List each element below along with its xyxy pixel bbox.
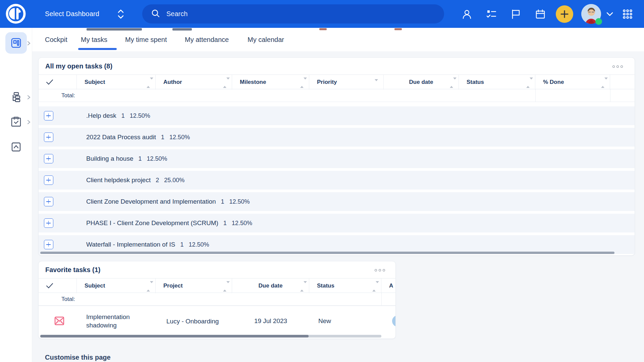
sort-icon [223,283,226,290]
chevron-right-icon [26,119,31,126]
sort-icon [300,283,304,290]
chevron-right-icon [26,95,31,101]
dashboard-selector-label: Select Dashboard [45,10,99,18]
clipped-content-fragment [394,28,402,30]
table-header-row: Subject Author Milestone Priority Due da… [39,74,635,89]
column-header-due-date[interactable]: Due date [232,278,309,293]
column-header-subject[interactable]: Subject [77,278,156,293]
task-due-date: 19 Jul 2023 [232,306,309,336]
expand-group-button[interactable] [44,154,53,163]
assignee-avatar[interactable] [392,315,396,327]
flag-icon[interactable] [511,9,521,19]
column-header-milestone[interactable]: Milestone [232,75,309,90]
page-tabs-strip: Cockpit My tasks My time spent My attend… [32,28,644,51]
column-header-subject[interactable]: Subject [77,75,156,90]
sort-icon [223,80,226,86]
chevron-up-box-icon [5,136,27,158]
column-header-status[interactable]: Status [309,278,381,293]
column-header-status[interactable]: Status [459,75,535,90]
task-project[interactable]: Lucy - Onboarding [166,306,220,336]
task-status: New [318,306,372,336]
column-header-priority[interactable]: Priority [309,75,384,90]
my-tasks-icon[interactable] [486,9,497,19]
task-group-row[interactable]: Waterfall - Implementation of IS 1 12.50… [39,235,635,254]
task-group-row[interactable]: PHASE I - Client Zone Development (SCRUM… [39,214,635,232]
sidebar-item-tasks[interactable] [0,111,32,133]
task-group-row[interactable]: Building a house 1 12.50% [39,149,635,168]
task-subject[interactable]: Implementation shadowing [86,306,147,336]
search-icon [151,9,160,19]
tab-my-calendar[interactable]: My calendar [248,28,284,51]
select-all-cell[interactable] [39,278,77,293]
task-group-row[interactable]: Client helpdesk project 2 25.00% [39,171,635,190]
tab-my-time-spent[interactable]: My time spent [125,28,167,51]
dashboard-selector[interactable]: Select Dashboard [45,0,99,28]
column-header-empty [610,75,635,90]
add-button[interactable] [556,5,573,23]
expand-group-button[interactable] [44,133,53,142]
sidebar-item-collapse[interactable] [0,136,32,158]
more-options-icon[interactable] [612,64,626,69]
left-sidebar [0,28,32,362]
expand-group-button[interactable] [44,218,53,228]
column-header-due-date[interactable]: Due date [384,75,459,90]
clipboard-check-icon [5,111,27,133]
project-tree-icon [5,86,27,108]
customise-page-link[interactable]: Customise this page [45,354,111,361]
more-options-icon[interactable] [375,267,388,273]
task-group-row[interactable]: 2022 Data Process audit 1 12.50% [39,128,635,147]
all-my-open-tasks-panel: All my open tasks (8) Subject Author Mil… [38,57,635,256]
expand-group-button[interactable] [44,111,53,120]
chevron-right-icon [26,41,31,47]
active-tab-indicator [78,48,117,50]
column-header-author[interactable]: Author [156,75,232,90]
app-logo-icon[interactable] [4,2,27,25]
dashboard-icon [5,32,27,54]
check-icon [46,282,54,289]
dashboard-page: Select Dashboard Search [0,0,644,362]
horizontal-scrollbar-thumb[interactable] [40,335,309,338]
sort-icon [450,80,453,86]
sort-icon [372,283,376,290]
apps-grid-icon[interactable] [622,9,633,19]
profile-icon[interactable] [462,9,472,19]
filter-dropdown-icon [375,81,378,88]
favorite-tasks-panel: Favorite tasks (1) Subject Project Due d… [38,261,396,339]
user-avatar[interactable] [581,4,601,24]
sort-icon [526,80,530,86]
totals-row: Total: [39,89,635,102]
sort-icon [601,80,604,86]
select-all-cell[interactable] [39,75,77,90]
dashboard-selector-chevrons-icon[interactable] [116,9,125,21]
check-icon [46,79,54,86]
search-placeholder: Search [166,10,187,18]
search-input[interactable]: Search [142,4,444,23]
column-header-percent-done[interactable]: % Done [535,75,610,90]
expand-group-button[interactable] [44,197,53,206]
clipped-content-fragment [319,28,327,30]
horizontal-scrollbar[interactable] [40,252,614,254]
task-group-row[interactable]: Client Zone Development and Implementati… [39,192,635,211]
table-header-row: Subject Project Due date Status A [39,278,395,293]
tab-my-attendance[interactable]: My attendance [185,28,229,51]
sort-icon [300,80,304,86]
mail-icon [54,316,64,327]
sidebar-item-dashboard[interactable] [0,32,32,54]
column-header-clipped[interactable]: A [381,278,396,293]
tab-cockpit[interactable]: Cockpit [45,28,67,51]
avatar-menu-chevron-icon[interactable] [605,11,614,18]
calendar-icon[interactable] [535,9,546,19]
sidebar-item-projects[interactable] [0,86,32,108]
task-group-row[interactable]: .Help desk 1 12.50% [39,106,635,125]
totals-row: Total: [39,293,395,306]
panel-title: All my open tasks (8) [45,62,112,70]
favorite-task-row[interactable]: Implementation shadowing Lucy - Onboardi… [39,306,395,336]
expand-group-button[interactable] [44,240,53,249]
top-bar: Select Dashboard Search [0,0,644,28]
column-header-project[interactable]: Project [156,278,232,293]
expand-group-button[interactable] [44,175,53,185]
panel-title: Favorite tasks (1) [45,266,101,274]
online-status-dot [595,18,602,25]
sort-icon [147,283,150,290]
sort-icon [147,80,150,86]
